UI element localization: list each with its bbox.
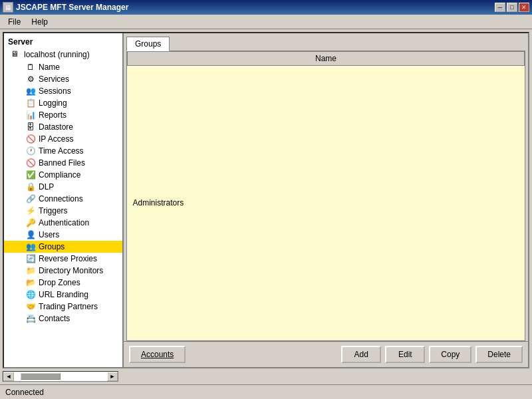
file-menu[interactable]: File	[3, 16, 26, 28]
tree-server-node[interactable]: 🖥 localhost (running)	[4, 48, 122, 61]
scroll-track	[14, 372, 107, 381]
minimize-button[interactable]: ─	[495, 3, 505, 12]
tree-item-connections[interactable]: 🔗 Connections	[4, 193, 122, 205]
reports-icon: 📊	[25, 110, 36, 120]
tree-item-label: Contacts	[39, 314, 70, 323]
sessions-icon: 👥	[25, 86, 36, 96]
connections-icon: 🔗	[25, 194, 36, 204]
tree-item-label: IP Access	[39, 134, 73, 144]
scroll-right-button[interactable]: ►	[107, 372, 118, 381]
tree-item-directory-monitors[interactable]: 📁 Directory Monitors	[4, 265, 122, 277]
h-scrollbar[interactable]: ◄ ►	[3, 371, 118, 382]
tree-item-datastore[interactable]: 🗄 Datastore	[4, 121, 122, 133]
tree-item-groups[interactable]: 👥 Groups	[4, 241, 122, 253]
scroll-left-button[interactable]: ◄	[3, 372, 14, 381]
tree-item-triggers[interactable]: ⚡ Triggers	[4, 205, 122, 217]
datastore-icon: 🗄	[25, 122, 36, 132]
content-pane: Groups Name Administrators	[124, 33, 528, 367]
tree-item-contacts[interactable]: 📇 Contacts	[4, 313, 122, 325]
tree-item-label: DLP	[39, 182, 54, 192]
add-button[interactable]: Add	[341, 346, 381, 363]
tree-item-label: Banned Files	[39, 158, 85, 168]
tree-item-label: URL Branding	[39, 290, 88, 299]
tree-item-label: Datastore	[39, 122, 73, 132]
tree-item-label: Reports	[39, 110, 66, 120]
tree-item-label: Directory Monitors	[39, 266, 103, 275]
group-name-cell: Administrators	[128, 66, 525, 340]
tree-item-banned-files[interactable]: 🚫 Banned Files	[4, 157, 122, 169]
users-icon: 👤	[25, 229, 36, 240]
tree-item-label: Trading Partners	[39, 302, 98, 311]
tree-item-compliance[interactable]: ✅ Compliance	[4, 169, 122, 181]
triggers-icon: ⚡	[25, 205, 36, 216]
contacts-icon: 📇	[25, 313, 36, 324]
groups-icon: 👥	[25, 241, 36, 252]
app-icon: 🖥	[3, 2, 13, 13]
status-bar: Connected	[0, 384, 532, 399]
services-icon: ⚙	[25, 74, 36, 84]
tree-pane: Server 🖥 localhost (running) 🗒 Name ⚙ Se…	[4, 33, 124, 367]
tree-item-label: Triggers	[39, 206, 68, 215]
tree-item-time-access[interactable]: 🕐 Time Access	[4, 145, 122, 157]
tree-item-authentication[interactable]: 🔑 Authentication	[4, 217, 122, 229]
tree-item-label: Time Access	[39, 146, 84, 156]
column-name: Name	[128, 52, 525, 66]
drop-zones-icon: 📂	[25, 277, 36, 288]
title-bar: 🖥 JSCAPE MFT Server Manager ─ □ ✕	[0, 0, 532, 15]
tree-item-ip-access[interactable]: 🚫 IP Access	[4, 133, 122, 145]
tree-item-label: Drop Zones	[39, 278, 80, 287]
reverse-proxies-icon: 🔄	[25, 253, 36, 264]
maximize-button[interactable]: □	[507, 3, 517, 12]
tree-header: Server	[4, 36, 122, 48]
url-branding-icon: 🌐	[25, 289, 36, 300]
tree-item-label: Logging	[39, 98, 67, 108]
tree-item-drop-zones[interactable]: 📂 Drop Zones	[4, 277, 122, 289]
server-icon: 🖥	[11, 49, 21, 60]
button-bar: Accounts Add Edit Copy Delete	[124, 341, 528, 367]
split-area: Server 🖥 localhost (running) 🗒 Name ⚙ Se…	[3, 32, 529, 368]
tree-item-reverse-proxies[interactable]: 🔄 Reverse Proxies	[4, 253, 122, 265]
tree-item-label: Compliance	[39, 170, 80, 180]
tab-groups[interactable]: Groups	[126, 37, 170, 51]
tree-item-url-branding[interactable]: 🌐 URL Branding	[4, 289, 122, 301]
help-menu[interactable]: Help	[26, 16, 53, 28]
dlp-icon: 🔒	[25, 182, 36, 192]
groups-table: Name Administrators	[127, 51, 525, 340]
time-access-icon: 🕐	[25, 146, 36, 156]
tree-item-trading-partners[interactable]: 🤝 Trading Partners	[4, 301, 122, 313]
compliance-icon: ✅	[25, 170, 36, 180]
delete-button[interactable]: Delete	[475, 346, 523, 363]
server-label: localhost (running)	[24, 50, 90, 59]
close-button[interactable]: ✕	[519, 3, 529, 12]
tab-content-groups: Name Administrators	[126, 51, 525, 341]
tree-item-label: Groups	[39, 242, 65, 251]
trading-partners-icon: 🤝	[25, 301, 36, 312]
menu-bar: File Help	[0, 15, 532, 29]
window-title: JSCAPE MFT Server Manager	[16, 3, 128, 12]
tree-item-sessions[interactable]: 👥 Sessions	[4, 85, 122, 97]
tree-item-label: Services	[39, 74, 69, 84]
name-icon: 🗒	[25, 62, 36, 72]
authentication-icon: 🔑	[25, 217, 36, 228]
table-row[interactable]: Administrators	[128, 66, 525, 340]
tree-item-label: Sessions	[39, 86, 71, 96]
accounts-button[interactable]: Accounts	[129, 346, 186, 363]
edit-button[interactable]: Edit	[385, 346, 425, 363]
status-text: Connected	[5, 388, 44, 397]
tree-item-label: Users	[39, 230, 59, 239]
directory-monitors-icon: 📁	[25, 265, 36, 276]
scroll-thumb[interactable]	[21, 373, 61, 380]
tree-item-reports[interactable]: 📊 Reports	[4, 109, 122, 121]
tree-item-dlp[interactable]: 🔒 DLP	[4, 181, 122, 193]
tree-item-label: Authentication	[39, 218, 89, 227]
logging-icon: 📋	[25, 98, 36, 108]
copy-button[interactable]: Copy	[429, 346, 471, 363]
tree-item-logging[interactable]: 📋 Logging	[4, 97, 122, 109]
tree-item-label: Name	[39, 63, 60, 72]
tree-item-services[interactable]: ⚙ Services	[4, 73, 122, 85]
tree-item-name[interactable]: 🗒 Name	[4, 61, 122, 73]
ip-access-icon: 🚫	[25, 134, 36, 144]
tree-item-users[interactable]: 👤 Users	[4, 229, 122, 241]
tree-item-label: Connections	[39, 194, 83, 203]
tree-item-label: Reverse Proxies	[39, 254, 97, 263]
